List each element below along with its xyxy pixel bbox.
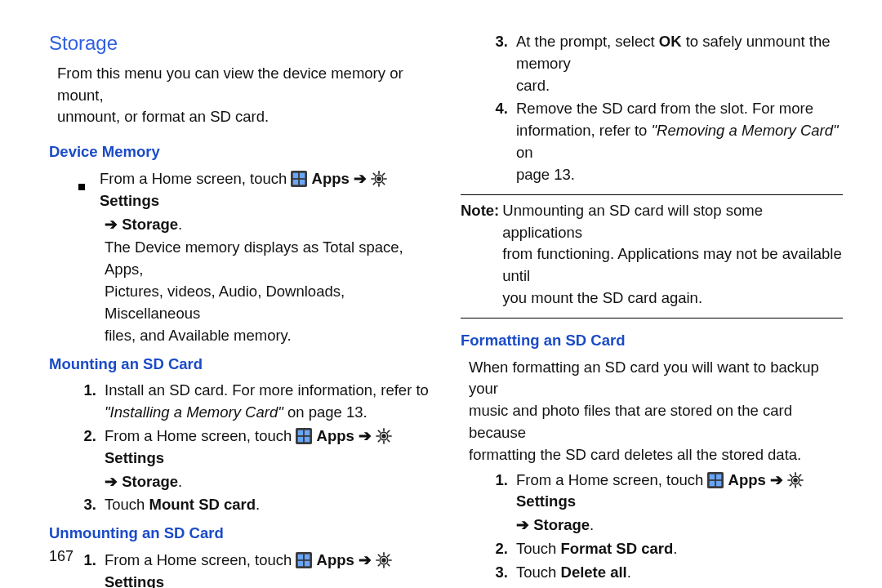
section-title: Storage [49,29,431,58]
right-column: 3. At the prompt, select OK to safely un… [461,29,843,588]
left-column: Storage From this menu you can view the … [49,29,431,588]
gear-icon [787,472,804,488]
mount-step-1: 1. Install an SD card. For more informat… [74,380,431,424]
device-memory-bullet: From a Home screen, touch Apps ➔ Setting… [78,168,431,212]
square-bullet-icon [78,175,85,197]
format-step-1: 1. From a Home screen, touch Apps ➔ Sett… [485,470,843,514]
unmount-step-1: 1. From a Home screen, touch Apps ➔ Sett… [74,550,431,588]
gear-icon [376,428,392,444]
nav-path-cont: ➔ Storage. [105,214,431,236]
apps-icon [296,552,312,568]
format-step-3: 3. Touch Delete all. [485,562,843,584]
mount-step-3: 3. Touch Mount SD card. [74,494,431,516]
divider [461,318,843,318]
device-memory-desc: The Device memory displays as Total spac… [105,237,431,346]
divider [461,194,843,195]
format-step-2: 2. Touch Format SD card. [485,538,843,560]
manual-page: Storage From this menu you can view the … [0,0,882,588]
format-intro: When formatting an SD card you will want… [469,357,843,466]
page-number: 167 [49,548,74,565]
gear-icon [371,171,387,187]
mount-step-2: 2. From a Home screen, touch Apps ➔ Sett… [74,425,431,470]
nav-path-cont: ➔ Storage. [105,471,431,493]
subhead-device-memory: Device Memory [49,141,431,163]
apps-icon [707,472,724,488]
section-intro: From this menu you can view the device m… [57,63,431,128]
nav-path-cont: ➔ Storage. [516,514,843,537]
note-block: Note: Unmounting an SD card will stop so… [461,200,843,310]
subhead-formatting: Formatting an SD Card [461,330,843,352]
apps-icon [291,171,307,187]
gear-icon [376,552,392,568]
subhead-unmounting: Unmounting an SD Card [49,523,431,545]
unmount-step-4: 4. Remove the SD card from the slot. For… [485,98,843,185]
apps-icon [296,428,312,444]
subhead-mounting: Mounting an SD Card [49,354,431,376]
unmount-step-3: 3. At the prompt, select OK to safely un… [485,31,843,96]
